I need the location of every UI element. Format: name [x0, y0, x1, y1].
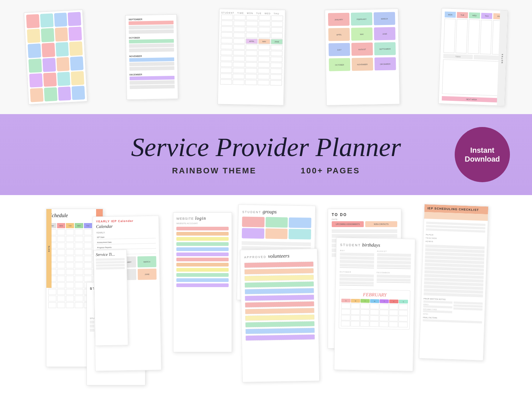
cal-section-title: DECEMBER: [129, 73, 174, 76]
month-june: JUNE: [137, 269, 156, 280]
grid-cell: [40, 28, 54, 42]
month-cell-july: JULY: [328, 43, 350, 56]
month-cell-september: SEPTEMBER: [374, 42, 396, 55]
banner-content: Service Provider Planner RAINBOW THEME 1…: [131, 134, 401, 176]
cal-section-title: SEPTEMBER: [128, 18, 173, 21]
month-cell-february: FEBRUARY: [350, 13, 372, 26]
yearly-row: JANUARY FEBRUARY MARCH: [328, 12, 395, 26]
month-cell-december: DECEMBER: [374, 57, 396, 70]
grid-cell: [68, 27, 82, 41]
grid-cell: [71, 86, 85, 100]
preview-page-colorful-grid: [24, 10, 87, 105]
banner-title: Service Provider Planner: [131, 134, 401, 160]
student-birthdays-page: STUDENT birthdays MAY: [334, 237, 415, 371]
grid-cell: [56, 57, 70, 71]
preview-container: SEPTEMBER OCTOBER NOVE: [7, 4, 525, 110]
grid-cell: [41, 43, 55, 57]
yearly-iep-page: YEARLY IEP Calendar Calendar YEARLY: IEP…: [92, 215, 161, 371]
website-login-page: WEBSITE login WEBSITE ACCOUNT:: [173, 212, 232, 352]
month-cell-october: OCTOBER: [329, 58, 350, 71]
grid-cell: [69, 42, 83, 56]
cal-section: DECEMBER: [129, 73, 175, 89]
grid-cell: [29, 73, 43, 88]
grid-cell: [26, 14, 39, 28]
banner-section: Service Provider Planner RAINBOW THEME 1…: [0, 114, 532, 195]
grid-cell: [43, 73, 56, 87]
iep-checklist-page: IEP SCHEDULING CHECKLIST PAPER TEACHER A…: [419, 204, 489, 361]
grid-cell: [67, 12, 81, 26]
month-cell-november: NOVEMBER: [352, 57, 373, 71]
grid-cell: [54, 27, 68, 42]
preview-page-yearly: JANUARY FEBRUARY MARCH APRIL MAY JUNE JU…: [324, 8, 400, 105]
cal-section-title: OCTOBER: [129, 36, 174, 39]
month-cell-june: JUNE: [374, 27, 395, 40]
grid-cell: [57, 86, 71, 101]
grid-cell: [44, 87, 57, 102]
banner-subtitle: RAINBOW THEME 100+ PAGES: [131, 166, 401, 176]
grid-cell: [28, 43, 41, 58]
schedule-row: [221, 15, 283, 21]
instant-download-line1: Instant: [470, 146, 494, 155]
preview-page-calendar: SEPTEMBER OCTOBER NOVE: [125, 14, 178, 100]
cal-section: OCTOBER: [129, 36, 174, 52]
instant-download-line2: Download: [465, 155, 500, 163]
to-do-label: TO DO: [332, 213, 397, 217]
month-cell-august: AUGUST: [351, 42, 373, 56]
grid-cell: [54, 13, 67, 27]
month-march: MARCH: [137, 256, 156, 268]
approved-volunteers-page: APPROVED volunteers: [240, 248, 320, 382]
bottom-preview-section: Schedule TIME MON TUE WED THU FRI: [0, 195, 532, 399]
month-cell-april: APRIL: [328, 28, 350, 41]
cal-section: SEPTEMBER: [128, 18, 174, 34]
grid-cell: [30, 88, 43, 102]
february-label: FEBRUARY: [341, 291, 408, 298]
grid-cell: [28, 59, 42, 73]
yearly-iep-label: YEARLY IEP Calendar: [96, 219, 156, 223]
grid-cell: [27, 29, 40, 43]
pages-label: 100+ PAGES: [301, 166, 360, 176]
iep-checklist-label: IEP SCHEDULING CHECKLIST: [427, 206, 485, 212]
middle-pages-group: STUDENT groups: [237, 205, 322, 382]
instant-download-badge: Instant Download: [455, 127, 510, 182]
rainbow-theme-label: RAINBOW THEME: [172, 166, 257, 176]
bottom-previews-container: Schedule TIME MON TUE WED THU FRI: [7, 209, 525, 385]
grid-cell: [42, 58, 56, 72]
top-preview-section: SEPTEMBER OCTOBER NOVE: [0, 0, 532, 114]
date-tab: DATE: [46, 209, 52, 288]
todo-birthdays-group: TO DO DATE: UPCOMING ASSIGNMENTS NON-CON…: [328, 209, 416, 385]
bottom-left-group: Schedule TIME MON TUE WED THU FRI: [46, 209, 168, 385]
grid-cell: [40, 13, 53, 28]
preview-page-weekly: MON TUE WED THU FRI TODO: [438, 8, 508, 106]
month-cell-may: MAY: [351, 28, 373, 41]
grid-cell: [55, 42, 69, 56]
cal-section-title: NOVEMBER: [129, 54, 174, 57]
month-cell-january: JANUARY: [328, 13, 349, 26]
grid-cell: [70, 56, 84, 71]
grid-cell: [57, 72, 70, 86]
cal-section: NOVEMBER: [129, 54, 174, 71]
service-ti-page: Service Ti...: [94, 250, 128, 346]
service-ti-label: Service Ti...: [96, 252, 124, 257]
preview-page-schedule: STUDENT TIME MON TUE WED THU APRILMAYJUN…: [217, 8, 285, 105]
grid-cell: [71, 71, 84, 85]
month-cell-march: MARCH: [373, 12, 395, 25]
